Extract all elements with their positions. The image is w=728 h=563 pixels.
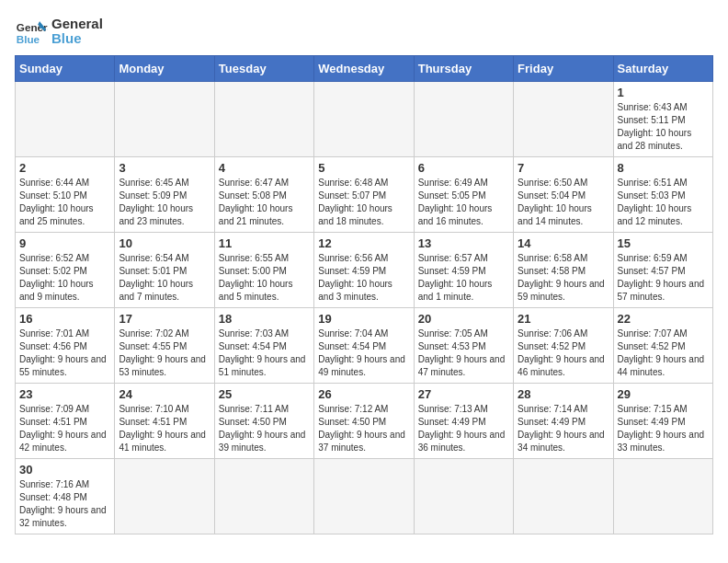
calendar-cell: 21Sunrise: 7:06 AM Sunset: 4:52 PM Dayli… (514, 308, 613, 384)
day-number: 6 (418, 161, 509, 175)
calendar-cell: 15Sunrise: 6:59 AM Sunset: 4:57 PM Dayli… (613, 233, 712, 308)
calendar-cell: 24Sunrise: 7:10 AM Sunset: 4:51 PM Dayli… (115, 384, 214, 459)
day-info: Sunrise: 6:49 AM Sunset: 5:05 PM Dayligh… (418, 177, 509, 228)
logo-general: General (51, 17, 103, 32)
calendar-cell: 14Sunrise: 6:58 AM Sunset: 4:58 PM Dayli… (514, 233, 613, 308)
day-info: Sunrise: 7:14 AM Sunset: 4:49 PM Dayligh… (518, 403, 609, 454)
calendar-cell (314, 82, 414, 157)
calendar-cell: 10Sunrise: 6:54 AM Sunset: 5:01 PM Dayli… (115, 233, 214, 308)
calendar-cell: 16Sunrise: 7:01 AM Sunset: 4:56 PM Dayli… (16, 308, 115, 384)
day-info: Sunrise: 6:56 AM Sunset: 4:59 PM Dayligh… (318, 252, 409, 304)
calendar-cell (214, 82, 313, 157)
calendar-cell (16, 82, 115, 157)
day-number: 30 (19, 463, 110, 477)
calendar-cell: 7Sunrise: 6:50 AM Sunset: 5:04 PM Daylig… (514, 157, 613, 233)
weekday-saturday: Saturday (613, 56, 712, 82)
day-number: 15 (618, 236, 709, 250)
day-info: Sunrise: 7:09 AM Sunset: 4:51 PM Dayligh… (19, 403, 110, 454)
day-number: 17 (119, 312, 210, 326)
day-info: Sunrise: 6:48 AM Sunset: 5:07 PM Dayligh… (318, 177, 409, 228)
weekday-tuesday: Tuesday (214, 56, 313, 82)
weekday-header-row: SundayMondayTuesdayWednesdayThursdayFrid… (16, 56, 713, 82)
day-number: 7 (518, 161, 609, 175)
day-info: Sunrise: 7:12 AM Sunset: 4:50 PM Dayligh… (318, 403, 409, 454)
calendar-cell (214, 459, 313, 534)
day-number: 12 (318, 236, 409, 250)
header-section: General Blue General Blue (15, 15, 713, 48)
day-info: Sunrise: 7:01 AM Sunset: 4:56 PM Dayligh… (19, 327, 110, 379)
calendar-cell: 29Sunrise: 7:15 AM Sunset: 4:49 PM Dayli… (613, 384, 712, 459)
day-info: Sunrise: 7:03 AM Sunset: 4:54 PM Dayligh… (219, 327, 310, 379)
day-info: Sunrise: 6:43 AM Sunset: 5:11 PM Dayligh… (618, 101, 709, 153)
calendar-cell: 22Sunrise: 7:07 AM Sunset: 4:52 PM Dayli… (613, 308, 712, 384)
day-info: Sunrise: 6:50 AM Sunset: 5:04 PM Dayligh… (518, 177, 609, 228)
day-number: 4 (219, 161, 310, 175)
calendar-cell: 12Sunrise: 6:56 AM Sunset: 4:59 PM Dayli… (314, 233, 414, 308)
calendar-cell: 3Sunrise: 6:45 AM Sunset: 5:09 PM Daylig… (115, 157, 214, 233)
day-info: Sunrise: 7:11 AM Sunset: 4:50 PM Dayligh… (219, 403, 310, 454)
day-info: Sunrise: 6:51 AM Sunset: 5:03 PM Dayligh… (618, 177, 709, 228)
day-number: 28 (518, 387, 609, 401)
weekday-wednesday: Wednesday (314, 56, 414, 82)
calendar-cell: 8Sunrise: 6:51 AM Sunset: 5:03 PM Daylig… (613, 157, 712, 233)
day-number: 5 (318, 161, 409, 175)
calendar-cell: 4Sunrise: 6:47 AM Sunset: 5:08 PM Daylig… (214, 157, 313, 233)
calendar-cell: 11Sunrise: 6:55 AM Sunset: 5:00 PM Dayli… (214, 233, 313, 308)
calendar-cell: 1Sunrise: 6:43 AM Sunset: 5:11 PM Daylig… (613, 82, 712, 157)
calendar-cell: 25Sunrise: 7:11 AM Sunset: 4:50 PM Dayli… (214, 384, 313, 459)
logo-icon: General Blue (15, 15, 48, 48)
day-number: 20 (418, 312, 509, 326)
day-number: 3 (119, 161, 210, 175)
day-info: Sunrise: 6:52 AM Sunset: 5:02 PM Dayligh… (19, 252, 110, 304)
logo-blue: Blue (51, 31, 103, 47)
calendar-week-4: 16Sunrise: 7:01 AM Sunset: 4:56 PM Dayli… (16, 308, 713, 384)
calendar-cell (514, 82, 613, 157)
calendar-cell (414, 82, 513, 157)
calendar-cell: 23Sunrise: 7:09 AM Sunset: 4:51 PM Dayli… (16, 384, 115, 459)
day-info: Sunrise: 7:04 AM Sunset: 4:54 PM Dayligh… (318, 327, 409, 379)
calendar-week-3: 9Sunrise: 6:52 AM Sunset: 5:02 PM Daylig… (16, 233, 713, 308)
day-number: 14 (518, 236, 609, 250)
day-number: 16 (19, 312, 110, 326)
calendar-cell: 6Sunrise: 6:49 AM Sunset: 5:05 PM Daylig… (414, 157, 513, 233)
weekday-monday: Monday (115, 56, 214, 82)
day-number: 2 (19, 161, 110, 175)
day-info: Sunrise: 6:59 AM Sunset: 4:57 PM Dayligh… (618, 252, 709, 304)
calendar-cell: 20Sunrise: 7:05 AM Sunset: 4:53 PM Dayli… (414, 308, 513, 384)
calendar-cell: 26Sunrise: 7:12 AM Sunset: 4:50 PM Dayli… (314, 384, 414, 459)
day-number: 11 (219, 236, 310, 250)
day-number: 22 (618, 312, 709, 326)
day-number: 8 (618, 161, 709, 175)
calendar-cell: 9Sunrise: 6:52 AM Sunset: 5:02 PM Daylig… (16, 233, 115, 308)
day-info: Sunrise: 7:10 AM Sunset: 4:51 PM Dayligh… (119, 403, 210, 454)
day-number: 21 (518, 312, 609, 326)
calendar-cell: 13Sunrise: 6:57 AM Sunset: 4:59 PM Dayli… (414, 233, 513, 308)
day-info: Sunrise: 7:15 AM Sunset: 4:49 PM Dayligh… (618, 403, 709, 454)
calendar-cell: 27Sunrise: 7:13 AM Sunset: 4:49 PM Dayli… (414, 384, 513, 459)
day-info: Sunrise: 7:16 AM Sunset: 4:48 PM Dayligh… (19, 478, 110, 530)
calendar-cell: 17Sunrise: 7:02 AM Sunset: 4:55 PM Dayli… (115, 308, 214, 384)
calendar-cell: 5Sunrise: 6:48 AM Sunset: 5:07 PM Daylig… (314, 157, 414, 233)
day-info: Sunrise: 6:44 AM Sunset: 5:10 PM Dayligh… (19, 177, 110, 228)
calendar-header: SundayMondayTuesdayWednesdayThursdayFrid… (16, 56, 713, 82)
calendar-cell (115, 459, 214, 534)
day-info: Sunrise: 7:05 AM Sunset: 4:53 PM Dayligh… (418, 327, 509, 379)
calendar-cell: 2Sunrise: 6:44 AM Sunset: 5:10 PM Daylig… (16, 157, 115, 233)
calendar-week-1: 1Sunrise: 6:43 AM Sunset: 5:11 PM Daylig… (16, 82, 713, 157)
day-info: Sunrise: 6:54 AM Sunset: 5:01 PM Dayligh… (119, 252, 210, 304)
day-number: 25 (219, 387, 310, 401)
calendar-cell: 30Sunrise: 7:16 AM Sunset: 4:48 PM Dayli… (16, 459, 115, 534)
calendar-cell (514, 459, 613, 534)
day-number: 18 (219, 312, 310, 326)
day-number: 27 (418, 387, 509, 401)
calendar-cell: 19Sunrise: 7:04 AM Sunset: 4:54 PM Dayli… (314, 308, 414, 384)
day-number: 23 (19, 387, 110, 401)
calendar-cell (414, 459, 513, 534)
calendar-body: 1Sunrise: 6:43 AM Sunset: 5:11 PM Daylig… (16, 82, 713, 534)
calendar-cell: 18Sunrise: 7:03 AM Sunset: 4:54 PM Dayli… (214, 308, 313, 384)
calendar-week-5: 23Sunrise: 7:09 AM Sunset: 4:51 PM Dayli… (16, 384, 713, 459)
day-info: Sunrise: 6:55 AM Sunset: 5:00 PM Dayligh… (219, 252, 310, 304)
weekday-sunday: Sunday (16, 56, 115, 82)
day-number: 24 (119, 387, 210, 401)
logo: General Blue General Blue (15, 15, 103, 48)
